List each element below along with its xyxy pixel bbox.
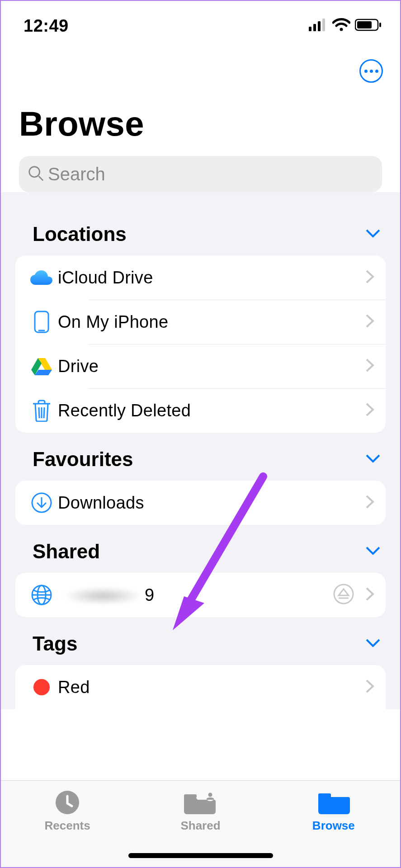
chevron-right-icon <box>365 679 375 696</box>
row-label: Downloads <box>58 493 365 513</box>
tab-recents[interactable]: Recents <box>1 781 134 867</box>
location-google-drive[interactable]: Drive <box>15 344 386 388</box>
more-options-button[interactable] <box>359 59 383 83</box>
wifi-icon <box>332 18 350 33</box>
location-on-my-iphone[interactable]: On My iPhone <box>15 300 386 344</box>
chevron-right-icon <box>365 494 375 511</box>
nav-header: Browse <box>1 51 400 192</box>
svg-rect-10 <box>35 311 48 332</box>
section-title: Locations <box>33 223 127 245</box>
section-title: Shared <box>33 540 100 563</box>
folder-icon <box>317 789 350 816</box>
status-time: 12:49 <box>24 16 69 36</box>
home-indicator[interactable] <box>128 853 273 858</box>
svg-point-4 <box>340 28 343 31</box>
row-label: 9 <box>58 585 333 605</box>
tab-label: Browse <box>312 819 355 833</box>
svg-line-16 <box>39 407 39 418</box>
chevron-down-icon <box>365 542 381 561</box>
section-title: Favourites <box>33 448 133 471</box>
row-label: On My iPhone <box>58 312 365 332</box>
location-recently-deleted[interactable]: Recently Deleted <box>15 388 386 433</box>
row-label: iCloud Drive <box>58 268 365 288</box>
chevron-right-icon <box>365 586 375 604</box>
section-shared: Shared 9 <box>1 526 400 617</box>
battery-icon <box>355 19 382 33</box>
chevron-right-icon <box>365 402 375 419</box>
section-header-tags[interactable]: Tags <box>15 618 386 665</box>
location-icloud-drive[interactable]: iCloud Drive <box>15 255 386 300</box>
svg-rect-0 <box>309 27 311 31</box>
svg-rect-7 <box>379 23 381 27</box>
row-label: Red <box>58 678 365 697</box>
svg-rect-2 <box>318 21 321 31</box>
section-header-favourites[interactable]: Favourites <box>15 434 386 481</box>
section-header-shared[interactable]: Shared <box>15 526 386 573</box>
svg-line-9 <box>39 176 43 181</box>
trash-icon <box>25 399 58 422</box>
tab-bar: Recents Shared Browse <box>1 780 400 867</box>
tab-label: Shared <box>180 819 220 833</box>
row-label: Drive <box>58 357 365 376</box>
shared-folder-icon <box>183 789 217 816</box>
search-field[interactable] <box>19 156 382 192</box>
favourites-list: Downloads <box>15 481 386 525</box>
status-indicators <box>309 18 382 33</box>
cellular-icon <box>309 19 328 33</box>
svg-point-8 <box>29 167 40 177</box>
locations-list: iCloud Drive On My iPhone <box>15 255 386 433</box>
tab-label: Recents <box>45 819 90 833</box>
clock-icon <box>55 789 80 816</box>
chevron-down-icon <box>365 635 381 653</box>
section-header-locations[interactable]: Locations <box>15 208 386 255</box>
redacted-text <box>58 588 148 604</box>
section-favourites: Favourites Downloads <box>1 434 400 525</box>
download-circle-icon <box>25 492 58 514</box>
status-bar: 12:49 <box>1 1 400 51</box>
favourite-downloads[interactable]: Downloads <box>15 481 386 525</box>
row-label: Recently Deleted <box>58 401 365 420</box>
page-title: Browse <box>19 104 386 143</box>
tags-list: Red <box>15 665 386 709</box>
section-title: Tags <box>33 632 77 655</box>
tag-red[interactable]: Red <box>15 665 386 709</box>
section-locations: Locations iCloud Drive <box>1 208 400 433</box>
icloud-icon <box>25 269 58 286</box>
svg-point-32 <box>208 793 212 797</box>
section-tags: Tags Red <box>1 618 400 709</box>
svg-point-24 <box>334 585 353 604</box>
chevron-right-icon <box>365 269 375 286</box>
tab-browse[interactable]: Browse <box>267 781 400 867</box>
google-drive-icon <box>25 357 58 375</box>
search-icon <box>27 165 44 184</box>
svg-marker-25 <box>339 589 349 595</box>
eject-button[interactable] <box>333 584 354 606</box>
svg-rect-6 <box>357 21 372 28</box>
search-input[interactable] <box>47 164 374 185</box>
svg-line-18 <box>44 407 44 418</box>
tag-color-icon <box>25 679 58 695</box>
shared-list: 9 <box>15 573 386 617</box>
chevron-down-icon <box>365 450 381 468</box>
iphone-icon <box>25 311 58 333</box>
svg-rect-30 <box>184 794 197 798</box>
chevron-right-icon <box>365 313 375 330</box>
globe-icon <box>25 584 58 606</box>
chevron-down-icon <box>365 225 381 243</box>
svg-rect-3 <box>322 19 325 31</box>
chevron-right-icon <box>365 358 375 375</box>
shared-server[interactable]: 9 <box>15 573 386 617</box>
svg-rect-1 <box>313 24 316 31</box>
